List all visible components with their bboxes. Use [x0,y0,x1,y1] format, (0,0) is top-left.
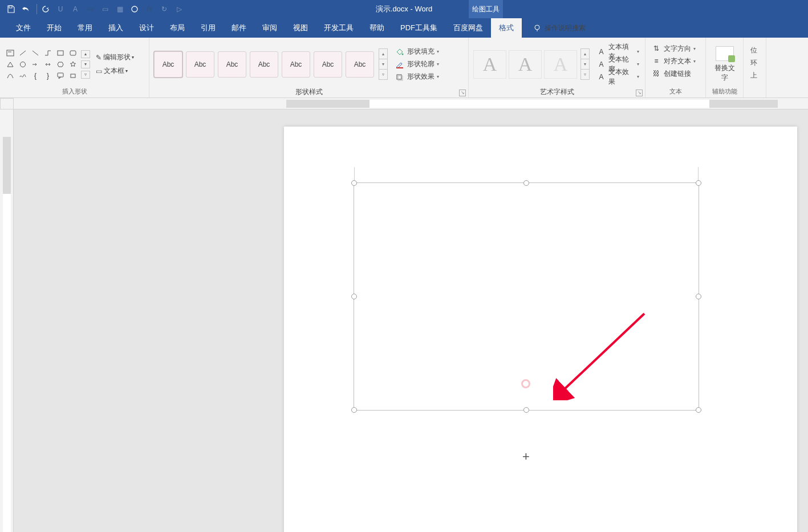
wordart-style-3[interactable]: A [544,50,577,79]
tell-me-search[interactable]: 操作说明搜索 [533,18,586,38]
text-effects-label: 文本效果 [608,67,635,87]
tab-layout[interactable]: 布局 [162,18,193,38]
text-direction-button[interactable]: ⇅文字方向▾ [650,42,697,55]
shape-flow-icon[interactable] [67,71,79,81]
tab-help[interactable]: 帮助 [362,18,392,38]
wordart-style-2[interactable]: A [509,50,542,79]
shape-hex-icon[interactable] [55,59,66,70]
handle-top-mid[interactable] [523,180,529,186]
shape-style-1[interactable]: Abc [154,51,182,78]
text-effects-button[interactable]: A文本效果▾ [595,71,640,83]
text-effects-icon: A [596,72,606,82]
shape-arrow-icon[interactable] [30,59,41,70]
tab-view[interactable]: 视图 [285,18,316,38]
shape-style-6[interactable]: Abc [314,51,342,78]
wordart-style-1[interactable]: A [473,50,506,79]
wordart-gallery[interactable]: A A A ▴▾▿ [473,48,590,80]
shape-brace-r-icon[interactable]: } [42,71,54,81]
shape-textbox-icon[interactable] [5,48,16,58]
svg-rect-12 [71,74,75,78]
tab-baidu[interactable]: 百度网盘 [445,18,491,38]
style-gallery-scroll[interactable]: ▴▾▿ [379,48,388,80]
shape-style-4[interactable]: Abc [250,51,278,78]
tab-common[interactable]: 常用 [70,18,100,38]
tab-dev[interactable]: 开发工具 [316,18,362,38]
tab-home[interactable]: 开始 [39,18,70,38]
shape-connector-icon[interactable] [42,48,54,58]
shape-circle-icon[interactable] [17,59,29,70]
circle-icon[interactable] [128,3,141,15]
shape-outline-label: 形状轮廓 [407,59,435,69]
shape-callout-icon[interactable] [55,71,66,81]
shape-style-2[interactable]: Abc [186,51,214,78]
tab-file[interactable]: 文件 [8,18,39,38]
redo-icon[interactable] [39,3,52,15]
formula-icon[interactable]: fx [143,3,156,15]
shape-darrow-icon[interactable] [42,59,54,70]
document-area[interactable]: + [0,98,808,532]
shape-outline-button[interactable]: 形状轮廓▾ [393,58,440,71]
tab-insert[interactable]: 插入 [100,18,131,38]
play-icon[interactable]: ▷ [173,3,185,15]
wordart-gallery-scroll[interactable]: ▴▾▿ [580,48,590,80]
highlight-icon[interactable]: ▭ [99,3,111,15]
handle-mid-right[interactable] [696,294,701,299]
handle-top-left[interactable] [351,180,357,186]
align-text-button[interactable]: ≡对齐文本▾ [650,55,697,67]
shape-styles-launcher[interactable]: ↘ [459,90,466,96]
shape-free-icon[interactable] [17,71,29,81]
shape-line-icon[interactable] [17,48,29,58]
trunc-row-2[interactable]: 环 [750,58,757,71]
tab-mail[interactable]: 邮件 [224,18,254,38]
ruler-vertical[interactable] [0,109,14,532]
table-icon[interactable]: ▦ [113,3,126,15]
tab-pdf[interactable]: PDF工具集 [392,18,445,38]
shape-curve-icon[interactable] [5,71,16,81]
handle-mid-left[interactable] [351,294,357,299]
font-size-icon[interactable]: Aa [84,3,96,15]
refresh-icon[interactable]: ↻ [158,3,170,15]
handle-bot-mid[interactable] [523,407,529,413]
edit-shape-button[interactable]: ✎ 编辑形状 ▾ [94,51,136,64]
shape-line2-icon[interactable] [30,48,41,58]
wordart-launcher[interactable]: ↘ [636,90,643,96]
shape-style-gallery[interactable]: Abc Abc Abc Abc Abc Abc Abc ▴▾▿ [154,48,388,80]
handle-bot-left[interactable] [351,407,357,413]
tab-format[interactable]: 格式 [491,18,522,38]
tab-review[interactable]: 审阅 [254,18,285,38]
text-direction-label: 文字方向 [664,44,691,54]
shapes-gallery[interactable]: { } [5,48,79,81]
undo-icon[interactable] [19,3,32,15]
tab-design[interactable]: 设计 [131,18,162,38]
svg-rect-11 [58,73,63,77]
create-link-button[interactable]: ⛓创建链接 [650,67,692,80]
shape-style-5[interactable]: Abc [282,51,310,78]
handle-bot-right[interactable] [696,407,701,413]
trunc-row-1[interactable]: 位 [750,46,757,58]
shape-rect-icon[interactable] [55,48,66,58]
ruler-horizontal[interactable] [14,98,808,109]
edit-shape-label: 编辑形状 [103,52,131,62]
edit-shape-icon: ✎ [96,54,101,62]
shape-effects-button[interactable]: 形状效果▾ [393,71,440,83]
text-direction-icon: ⇅ [651,44,661,53]
font-icon[interactable]: A [69,3,82,15]
text-box-button[interactable]: ▭ 文本框 ▾ [94,64,136,78]
handle-top-right[interactable] [696,180,701,186]
shape-fill-button[interactable]: 形状填充▾ [393,46,440,58]
shape-brace-l-icon[interactable]: { [30,71,41,81]
save-icon[interactable] [5,3,17,15]
shape-style-3[interactable]: Abc [218,51,246,78]
gallery-scroll[interactable]: ▴▾▿ [81,49,90,80]
trunc-row-3[interactable]: 上 [750,71,757,83]
shape-star-icon[interactable] [67,59,79,70]
tab-ref[interactable]: 引用 [193,18,224,38]
page[interactable]: + [284,127,797,532]
svg-rect-16 [398,76,403,80]
alt-text-button[interactable]: 替换文字 [711,44,738,85]
shape-style-7[interactable]: Abc [346,51,374,78]
underline-icon[interactable]: U [54,3,67,15]
svg-point-10 [21,62,26,67]
shape-roundrect-icon[interactable] [67,48,79,58]
shape-triangle-icon[interactable] [5,59,16,70]
